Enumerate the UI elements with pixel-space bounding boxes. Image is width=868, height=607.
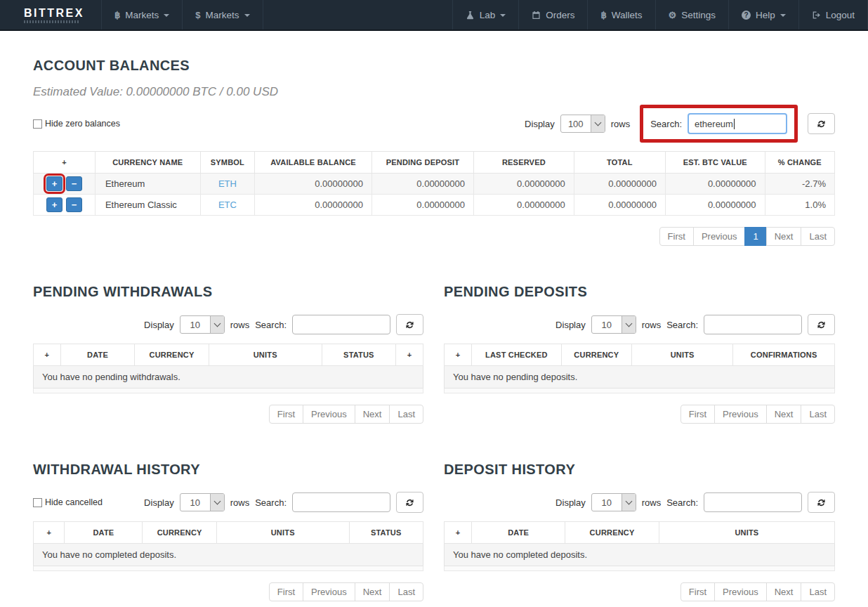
nav-btc-markets-label: Markets — [125, 10, 159, 20]
pagination-next[interactable]: Next — [355, 582, 390, 601]
rows-per-page-select[interactable]: 10 — [591, 493, 636, 511]
column-header-date[interactable]: DATE — [65, 522, 143, 544]
nav-wallets-label: Wallets — [612, 10, 643, 20]
pagination-last[interactable]: Last — [801, 405, 835, 424]
chevron-down-icon — [213, 498, 221, 505]
symbol-link[interactable]: ETC — [218, 200, 237, 210]
pagination-next[interactable]: Next — [355, 405, 390, 424]
deposit-plus-button[interactable]: + — [46, 197, 63, 212]
pagination-row: First Previous Next Last — [444, 582, 835, 601]
pagination-page-1[interactable]: 1 — [744, 227, 766, 246]
pagination-last[interactable]: Last — [389, 405, 423, 424]
nav-btc-markets[interactable]: ฿ Markets — [101, 0, 182, 30]
refresh-button[interactable] — [396, 492, 423, 513]
currency-name-cell: Ethereum Classic — [95, 195, 200, 216]
hide-zero-checkbox[interactable] — [33, 119, 42, 129]
refresh-button[interactable] — [808, 492, 835, 513]
hide-cancelled-checkbox[interactable] — [33, 498, 42, 507]
pagination-first[interactable]: First — [659, 227, 694, 246]
bitcoin-icon: ฿ — [600, 10, 606, 20]
pagination-last[interactable]: Last — [389, 582, 423, 601]
column-header-pending-deposit[interactable]: PENDING DEPOSIT — [371, 152, 473, 174]
display-label: Display — [144, 320, 174, 330]
column-header-available-balance[interactable]: AVAILABLE BALANCE — [255, 152, 372, 174]
hide-cancelled-option[interactable]: Hide cancelled — [33, 497, 103, 507]
pagination-last[interactable]: Last — [801, 582, 835, 601]
pagination-first[interactable]: First — [680, 582, 715, 601]
refresh-button[interactable] — [808, 113, 835, 134]
column-header-units[interactable]: UNITS — [216, 522, 349, 544]
reserved-cell: 0.00000000 — [474, 195, 574, 216]
search-input[interactable] — [704, 492, 802, 512]
column-header-status[interactable]: STATUS — [349, 522, 423, 544]
search-input[interactable] — [704, 315, 802, 334]
pagination-previous[interactable]: Previous — [303, 405, 355, 424]
column-header-currency[interactable]: CURRENCY — [135, 344, 209, 366]
pagination: First Previous 1 Next Last — [659, 227, 835, 246]
column-header-currency[interactable]: CURRENCY — [561, 344, 631, 366]
search-input[interactable] — [292, 315, 390, 334]
nav-usd-markets[interactable]: $ Markets — [182, 0, 263, 30]
pagination-last[interactable]: Last — [801, 227, 835, 246]
column-header-expand: + — [445, 522, 472, 544]
pagination-next[interactable]: Next — [766, 582, 802, 601]
rows-per-page-select[interactable]: 100 — [560, 115, 605, 133]
column-header-date[interactable]: DATE — [60, 344, 134, 366]
column-header-expand: + — [34, 152, 96, 174]
column-header-currency-name[interactable]: CURRENCY NAME — [95, 152, 200, 174]
navbar-right-group: Lab Orders ฿ Wallets ⚙ Settings ? Help L… — [452, 0, 868, 30]
withdraw-minus-button[interactable]: − — [66, 176, 82, 191]
pagination-first[interactable]: First — [269, 405, 303, 424]
refresh-icon — [816, 119, 827, 129]
rows-per-page-select[interactable]: 10 — [180, 493, 225, 511]
pagination-previous[interactable]: Previous — [693, 227, 746, 246]
nav-wallets[interactable]: ฿ Wallets — [587, 0, 655, 30]
pagination-first[interactable]: First — [269, 582, 303, 601]
nav-settings[interactable]: ⚙ Settings — [655, 0, 728, 30]
column-header-reserved[interactable]: RESERVED — [474, 152, 574, 174]
withdraw-minus-button[interactable]: − — [66, 197, 82, 212]
column-header-units[interactable]: UNITS — [631, 344, 733, 366]
hide-zero-balances-option[interactable]: Hide zero balances — [33, 119, 120, 129]
column-header-units[interactable]: UNITS — [209, 344, 322, 366]
column-header-est-btc-value[interactable]: EST. BTC VALUE — [665, 152, 765, 174]
pagination-first[interactable]: First — [680, 405, 715, 424]
column-header-confirmations[interactable]: CONFIRMATIONS — [733, 344, 835, 366]
withdrawal-history-section: WITHDRAWAL HISTORY Hide cancelled Displa… — [33, 462, 423, 601]
deposit-history-title: DEPOSIT HISTORY — [444, 462, 835, 478]
pending-deposits-controls: Display 10 rows Search: — [444, 314, 835, 335]
pagination-previous[interactable]: Previous — [714, 405, 767, 424]
total-cell: 0.00000000 — [574, 195, 665, 216]
rows-per-page-select[interactable]: 10 — [180, 315, 225, 334]
column-header-last-checked[interactable]: LAST CHECKED — [471, 344, 561, 366]
column-header-units[interactable]: UNITS — [659, 522, 834, 544]
rows-per-page-select[interactable]: 10 — [591, 315, 636, 334]
refresh-button[interactable] — [396, 314, 423, 335]
column-header-symbol[interactable]: SYMBOL — [200, 152, 255, 174]
column-header-currency[interactable]: CURRENCY — [565, 522, 659, 544]
rows-per-page-value: 10 — [592, 494, 622, 511]
column-header-currency[interactable]: CURRENCY — [143, 522, 216, 544]
pct-change-cell: 1.0% — [765, 195, 834, 216]
column-header-status[interactable]: STATUS — [322, 344, 395, 366]
search-input[interactable] — [292, 492, 390, 512]
nav-help[interactable]: ? Help — [728, 0, 798, 30]
deposit-plus-button[interactable]: + — [46, 176, 63, 191]
pagination-next[interactable]: Next — [766, 227, 802, 246]
nav-logout[interactable]: Logout — [798, 0, 868, 30]
nav-orders[interactable]: Orders — [518, 0, 587, 30]
symbol-link[interactable]: ETH — [218, 178, 237, 189]
nav-lab[interactable]: Lab — [452, 0, 519, 30]
column-header-pct-change[interactable]: % CHANGE — [765, 152, 834, 174]
pagination-previous[interactable]: Previous — [714, 582, 767, 601]
column-header-total[interactable]: TOTAL — [574, 152, 665, 174]
pagination-next[interactable]: Next — [766, 405, 802, 424]
display-label: Display — [555, 320, 586, 330]
search-input[interactable]: ethereum — [688, 113, 787, 134]
bittrex-logo[interactable]: BITTREX — [0, 0, 101, 30]
refresh-button[interactable] — [808, 314, 835, 335]
table-row-ethereum-classic: + − Ethereum Classic ETC 0.00000000 0.00… — [34, 195, 835, 216]
column-header-date[interactable]: DATE — [471, 522, 565, 544]
brand-name: BITTREX — [24, 7, 84, 20]
pagination-previous[interactable]: Previous — [303, 582, 355, 601]
